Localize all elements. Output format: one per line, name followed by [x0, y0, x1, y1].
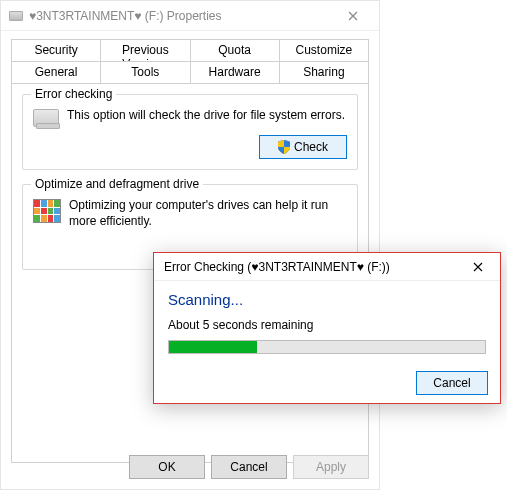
tab-sharing[interactable]: Sharing: [279, 61, 369, 83]
modal-titlebar[interactable]: Error Checking (♥3NT3RTAINMENT♥ (F:)): [154, 253, 500, 281]
tab-general[interactable]: General: [11, 61, 101, 83]
tab-hardware[interactable]: Hardware: [190, 61, 280, 83]
modal-cancel-button[interactable]: Cancel: [416, 371, 488, 395]
group-title-error-checking: Error checking: [31, 87, 116, 101]
tab-quota[interactable]: Quota: [190, 39, 280, 61]
scan-status-heading: Scanning...: [168, 291, 486, 308]
tab-tools[interactable]: Tools: [100, 61, 190, 83]
apply-button: Apply: [293, 455, 369, 479]
hard-drive-icon: [33, 109, 59, 127]
titlebar[interactable]: ♥3NT3RTAINMENT♥ (F:) Properties: [1, 1, 379, 31]
check-button-label: Check: [294, 140, 328, 154]
error-checking-desc: This option will check the drive for fil…: [67, 107, 347, 123]
close-icon: [473, 262, 483, 272]
properties-window: ♥3NT3RTAINMENT♥ (F:) Properties Security…: [0, 0, 380, 490]
progress-fill: [169, 341, 257, 353]
error-checking-dialog: Error Checking (♥3NT3RTAINMENT♥ (F:)) Sc…: [153, 252, 501, 404]
tab-customize[interactable]: Customize: [279, 39, 369, 61]
close-icon: [348, 11, 358, 21]
modal-title: Error Checking (♥3NT3RTAINMENT♥ (F:)): [164, 260, 460, 274]
time-remaining: About 5 seconds remaining: [168, 318, 486, 332]
dialog-buttons: OK Cancel Apply: [129, 455, 369, 479]
check-button[interactable]: Check: [259, 135, 347, 159]
defrag-icon: [33, 199, 61, 223]
defrag-desc: Optimizing your computer's drives can he…: [69, 197, 347, 229]
drive-icon: [9, 11, 23, 21]
modal-close-button[interactable]: [460, 254, 496, 280]
window-title: ♥3NT3RTAINMENT♥ (F:) Properties: [29, 9, 333, 23]
shield-icon: [278, 140, 290, 154]
progress-bar: [168, 340, 486, 354]
group-title-defrag: Optimize and defragment drive: [31, 177, 203, 191]
tab-strip: Security Previous Versions Quota Customi…: [1, 31, 379, 83]
cancel-button[interactable]: Cancel: [211, 455, 287, 479]
error-checking-group: Error checking This option will check th…: [22, 94, 358, 170]
tab-security[interactable]: Security: [11, 39, 101, 61]
tab-previous-versions[interactable]: Previous Versions: [100, 39, 190, 61]
ok-button[interactable]: OK: [129, 455, 205, 479]
modal-body: Scanning... About 5 seconds remaining: [154, 281, 500, 362]
close-button[interactable]: [333, 2, 373, 30]
